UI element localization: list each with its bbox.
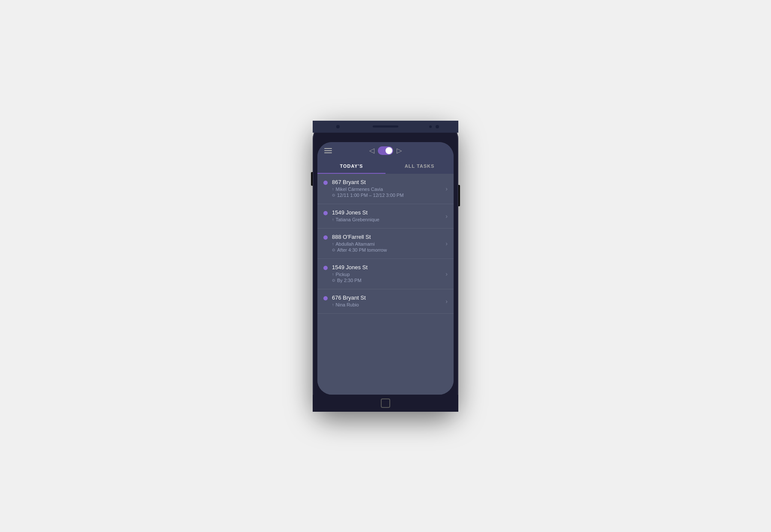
- tab-all-tasks[interactable]: ALL TASKS: [386, 159, 454, 174]
- task-address: 1549 Jones St: [332, 264, 445, 270]
- phone-bottom-bar: [313, 395, 458, 412]
- task-address: 888 O'Farrell St: [332, 234, 445, 240]
- toggle-knob: [386, 147, 392, 154]
- tab-todays[interactable]: TODAY'S: [317, 159, 386, 174]
- navigate-right-icon[interactable]: ▷: [397, 146, 402, 155]
- front-camera-left: [336, 125, 340, 128]
- phone-device: ◁ ▷ TODAY'S ALL TASKS 867 Brya: [313, 121, 458, 412]
- task-list: 867 Bryant St ↑ Mikel Cármenes Cavia ⊙ 1…: [317, 174, 454, 395]
- chevron-right-icon: ›: [445, 270, 448, 277]
- chevron-right-icon: ›: [445, 213, 448, 220]
- task-time: ⊙ After 4:30 PM tomorrow: [332, 247, 445, 253]
- header-center-controls: ◁ ▷: [369, 146, 402, 155]
- home-button[interactable]: [381, 398, 390, 408]
- person-icon: ↑: [332, 272, 334, 276]
- clock-icon: ⊙: [332, 248, 335, 252]
- front-camera-right: [436, 125, 439, 128]
- task-person: ↑ Tatiana Grebennique: [332, 217, 445, 222]
- task-person: ↑ Mikel Cármenes Cavia: [332, 187, 445, 192]
- task-status-dot: [323, 211, 328, 215]
- person-icon: ↑: [332, 303, 334, 307]
- task-address: 676 Bryant St: [332, 294, 445, 301]
- app-header: ◁ ▷: [317, 142, 454, 159]
- task-status-dot: [323, 266, 328, 270]
- chevron-right-icon: ›: [445, 185, 448, 192]
- task-status-dot: [323, 296, 328, 300]
- person-icon: ↑: [332, 187, 334, 191]
- location-toggle[interactable]: [378, 146, 393, 155]
- task-content: 888 O'Farrell St ↑ Abdullah Altamami ⊙ A…: [332, 234, 445, 253]
- phone-screen: ◁ ▷ TODAY'S ALL TASKS 867 Brya: [317, 142, 454, 395]
- task-item[interactable]: 1549 Jones St ↑ Pickup ⊙ By 2:30 PM ›: [317, 259, 454, 289]
- task-item[interactable]: 888 O'Farrell St ↑ Abdullah Altamami ⊙ A…: [317, 229, 454, 259]
- chevron-right-icon: ›: [445, 298, 448, 305]
- task-content: 1549 Jones St ↑ Pickup ⊙ By 2:30 PM: [332, 264, 445, 284]
- navigate-left-icon[interactable]: ◁: [369, 146, 374, 155]
- task-content: 867 Bryant St ↑ Mikel Cármenes Cavia ⊙ 1…: [332, 179, 445, 199]
- task-content: 1549 Jones St ↑ Tatiana Grebennique: [332, 209, 445, 223]
- task-person: ↑ Nina Rubio: [332, 302, 445, 307]
- speaker-bar: [373, 125, 398, 128]
- phone-top-bar: [313, 121, 458, 133]
- task-address: 1549 Jones St: [332, 209, 445, 216]
- person-icon: ↑: [332, 217, 334, 222]
- task-person: ↑ Pickup: [332, 272, 445, 277]
- person-icon: ↑: [332, 242, 334, 246]
- task-item[interactable]: 867 Bryant St ↑ Mikel Cármenes Cavia ⊙ 1…: [317, 174, 454, 204]
- clock-icon: ⊙: [332, 193, 335, 197]
- sensor-dot: [429, 125, 432, 128]
- task-address: 867 Bryant St: [332, 179, 445, 185]
- task-item[interactable]: 676 Bryant St ↑ Nina Rubio ›: [317, 289, 454, 314]
- hamburger-menu-button[interactable]: [324, 148, 332, 153]
- task-status-dot: [323, 235, 328, 240]
- task-time: ⊙ 12/11 1:00 PM – 12/12 3:00 PM: [332, 193, 445, 198]
- chevron-right-icon: ›: [445, 240, 448, 247]
- clock-icon: ⊙: [332, 278, 335, 282]
- task-time: ⊙ By 2:30 PM: [332, 278, 445, 283]
- task-item[interactable]: 1549 Jones St ↑ Tatiana Grebennique ›: [317, 204, 454, 229]
- tab-bar: TODAY'S ALL TASKS: [317, 159, 454, 174]
- task-content: 676 Bryant St ↑ Nina Rubio: [332, 294, 445, 308]
- task-status-dot: [323, 181, 328, 185]
- task-person: ↑ Abdullah Altamami: [332, 241, 445, 247]
